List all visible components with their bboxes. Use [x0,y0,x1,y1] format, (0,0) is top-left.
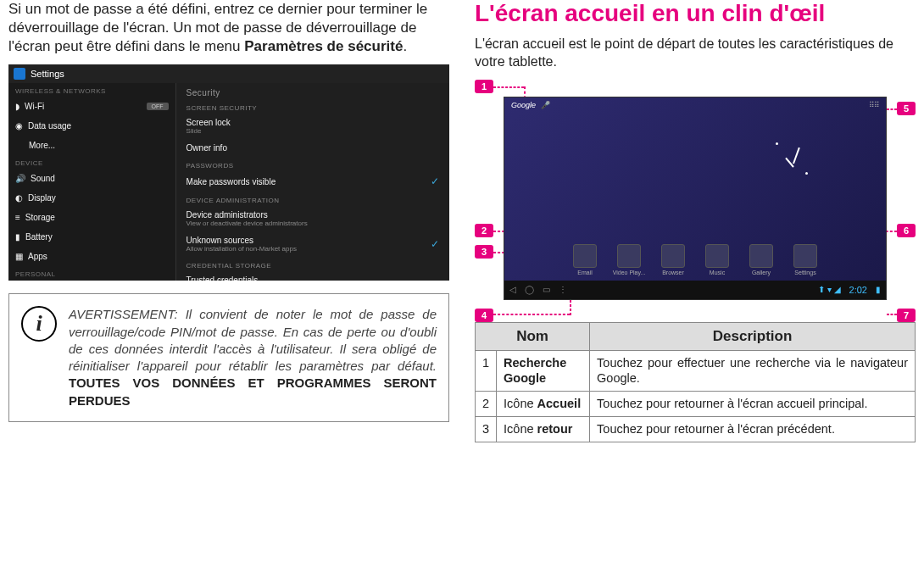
nav-data[interactable]: ◉ Data usage [8,116,175,136]
storage-icon: ≡ [15,213,20,222]
section-title: L'écran accueil en un clin d'œil [475,0,916,27]
callout-1: 1 [475,80,493,93]
table-row: 1Recherche GoogleTouchez pour effectuer … [476,350,916,392]
header-screen-security: SCREEN SECURITY [176,99,449,114]
battery-status-icon: ▮ [876,285,881,294]
settings-title-text: Settings [31,69,64,79]
checkmark-icon: ✓ [431,238,439,250]
item-device-admins[interactable]: Device administrators View or deactivate… [176,206,449,231]
row-nom: Icône Accueil [497,392,590,417]
header-device-admin: DEVICE ADMINISTRATION [176,192,449,206]
nav-display[interactable]: ◐Display [8,188,175,208]
checkmark-icon: ✓ [431,175,439,187]
table-row: 2Icône AccueilTouchez pour retourner à l… [476,392,916,417]
header-cred-storage: CREDENTIAL STORAGE [176,257,449,271]
tablet-search-bar[interactable]: Google 🎤 ⠿⠿ [504,97,886,113]
settings-sidebar: WIRELESS & NETWORKS ◗ Wi-Fi OFF ◉ Data u… [8,83,176,281]
nav-more[interactable]: More... [8,136,175,155]
dock-music[interactable]: Music [699,244,735,275]
warning-text: AVERTISSEMENT: Il convient de noter le m… [69,306,437,409]
apps-grid-icon[interactable]: ⠿⠿ [869,101,879,109]
nav-sound[interactable]: 🔊Sound [8,169,175,188]
dock-video[interactable]: Video Play... [611,244,647,275]
dock-gallery[interactable]: Gallery [743,244,779,275]
item-pw-visible[interactable]: Make passwords visible ✓ [176,171,449,192]
row-nom: Icône retour [497,417,590,442]
item-unknown-sources[interactable]: Unknown sources Allow installation of no… [176,231,449,257]
back-icon[interactable]: ◁ [509,285,516,294]
main-top-label: Security [176,83,449,99]
tablet-navbar: ◁ ◯ ▭ ⋮ ⬆ ▾ ◢ 2:02 ▮ [504,281,886,299]
row-number: 2 [476,392,497,417]
intro-end: . [403,38,407,54]
gallery-icon [749,244,773,268]
display-icon: ◐ [15,193,23,203]
nav-header-personal: PERSONAL [8,266,175,280]
home-icon[interactable]: ◯ [525,285,534,294]
mic-icon[interactable]: 🎤 [541,101,550,109]
item-screen-lock[interactable]: Screen lock Slide [176,114,449,139]
nav-storage[interactable]: ≡Storage [8,208,175,227]
dock-settings[interactable]: Settings [788,244,823,275]
email-icon [573,244,597,268]
dock-browser[interactable]: Browser [655,244,691,275]
callout-5: 5 [897,102,916,115]
dock-email[interactable]: Email [567,244,603,275]
warning-prefix: AVERTISSEMENT: Il convient de noter le m… [69,307,437,373]
section-intro: L'écran accueil est le point de départ d… [475,36,916,71]
menu-icon[interactable]: ⋮ [559,285,567,294]
nav-wifi-label: Wi-Fi [25,102,44,111]
warning-bold: TOUTES VOS DONNÉES ET PROGRAMMES SERONT … [69,375,437,407]
status-time: 2:02 [849,285,867,295]
settings-main-panel: Security SCREEN SECURITY Screen lock Sli… [176,83,449,281]
settings-screenshot: Settings WIRELESS & NETWORKS ◗ Wi-Fi OFF… [8,64,449,281]
clock-widget[interactable] [767,138,818,189]
row-nom: Recherche Google [497,350,590,392]
nav-accounts[interactable]: ↻Accounts & sync [8,280,175,281]
callout-6: 6 [897,224,916,237]
apps-icon: ▦ [15,252,23,261]
callout-2: 2 [475,224,493,237]
callout-4: 4 [475,309,493,322]
th-desc: Description [590,322,916,350]
nav-battery[interactable]: ▮Battery [8,227,175,247]
tablet-screenshot: Google 🎤 ⠿⠿ Email Video Play... Browser [504,97,887,300]
nav-more-label: More... [29,141,55,150]
data-icon: ◉ [15,121,23,131]
tablet-dock: Email Video Play... Browser Music Galler… [504,241,886,281]
nav-data-label: Data usage [28,121,71,131]
table-row: 3Icône retourTouchez pour retourner à l'… [476,417,916,442]
description-table: Nom Description 1Recherche GoogleTouchez… [475,322,916,442]
wifi-icon: ◗ [15,102,19,111]
sound-icon: 🔊 [15,174,25,183]
warning-box: i AVERTISSEMENT: Il convient de noter le… [8,293,449,422]
nav-apps[interactable]: ▦Apps [8,247,175,266]
status-icons: ⬆ ▾ ◢ [818,285,841,294]
callout-3: 3 [475,245,493,259]
header-passwords: PASSWORDS [176,157,449,171]
settings-titlebar: Settings [8,64,449,83]
music-icon [705,244,729,268]
intro-bold: Paramètres de sécurité [244,38,403,54]
settings-app-icon [793,244,817,268]
item-owner-info[interactable]: Owner info [176,139,449,157]
nav-wifi[interactable]: ◗ Wi-Fi OFF [8,97,175,116]
home-screen-preview: 1 2 3 4 5 6 7 Google 🎤 ⠿⠿ [475,80,916,322]
row-desc: Touchez pour retourner à l'écran accueil… [590,392,916,417]
callout-7: 7 [897,309,916,322]
info-icon: i [21,306,57,342]
row-number: 3 [476,417,497,442]
th-nom: Nom [476,322,590,350]
left-intro-text: Si un mot de passe a été défini, entrez … [8,0,449,56]
item-trusted[interactable]: Trusted credentials Display trusted CA c… [176,271,449,281]
row-desc: Touchez pour effectuer une recherche via… [590,350,916,392]
nav-header-wireless: WIRELESS & NETWORKS [8,83,175,97]
browser-icon [661,244,685,268]
nav-header-device: DEVICE [8,155,175,169]
row-number: 1 [476,350,497,392]
recent-icon[interactable]: ▭ [543,285,550,294]
video-icon [617,244,641,268]
settings-icon [14,68,25,80]
wifi-toggle[interactable]: OFF [147,103,169,110]
battery-icon: ▮ [15,232,20,242]
